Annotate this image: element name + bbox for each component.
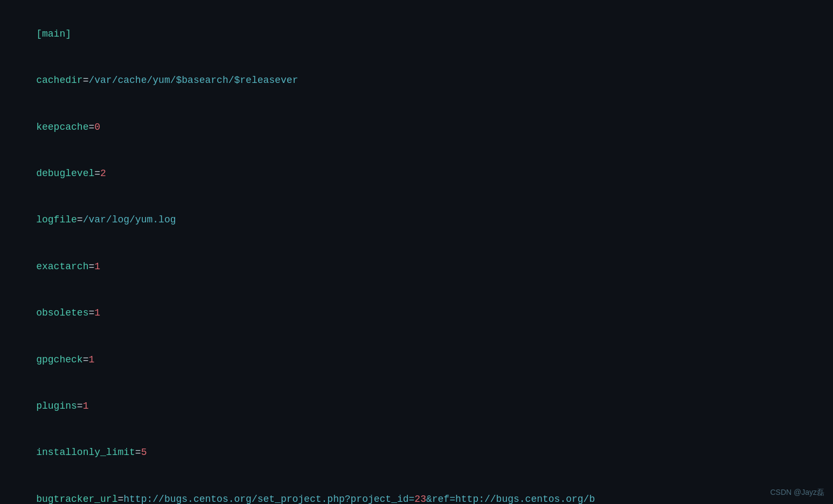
key-gpgcheck: gpgcheck	[36, 354, 82, 365]
val-logfile: /var/log/yum.log	[83, 214, 176, 225]
key-debuglevel: debuglevel	[36, 168, 94, 179]
val-plugins: 1	[83, 401, 89, 411]
val-bugtracker-ref: &ref=http://bugs.centos.org/b	[426, 494, 595, 504]
val-keepcache: 0	[94, 122, 100, 132]
line-installonly: installonly_limit=5	[13, 430, 820, 476]
line-logfile: logfile=/var/log/yum.log	[13, 197, 820, 243]
key-logfile: logfile	[36, 214, 77, 225]
line-obsoletes: obsoletes=1	[13, 290, 820, 336]
code-editor: [main] cachedir=/var/cache/yum/$basearch…	[0, 0, 833, 504]
key-plugins: plugins	[36, 401, 77, 411]
line-keepcache: keepcache=0	[13, 104, 820, 150]
key-bugtracker: bugtracker_url	[36, 494, 117, 504]
val-exactarch: 1	[94, 261, 100, 272]
bracket-main: [main]	[36, 29, 71, 39]
key-installonly: installonly_limit	[36, 447, 135, 458]
val-bugtracker-id: 23	[414, 494, 426, 504]
val-installonly: 5	[141, 447, 147, 458]
key-exactarch: exactarch	[36, 261, 88, 272]
key-cachedir: cachedir	[36, 75, 82, 86]
key-keepcache: keepcache	[36, 122, 88, 132]
line-cachedir: cachedir=/var/cache/yum/$basearch/$relea…	[13, 57, 820, 103]
val-obsoletes: 1	[94, 307, 100, 318]
val-cachedir: /var/cache/yum/$basearch/$releasever	[88, 75, 298, 86]
line-exactarch: exactarch=1	[13, 243, 820, 290]
line-debuglevel: debuglevel=2	[13, 150, 820, 197]
line-gpgcheck: gpgcheck=1	[13, 337, 820, 383]
val-debuglevel: 2	[100, 168, 106, 179]
line-main: [main]	[13, 11, 820, 57]
line-bugtracker: bugtracker_url=http://bugs.centos.org/se…	[13, 476, 820, 504]
watermark: CSDN @Jayz磊	[770, 488, 824, 498]
val-gpgcheck: 1	[88, 354, 94, 365]
key-obsoletes: obsoletes	[36, 307, 88, 318]
val-bugtracker: http://bugs.centos.org/set_project.php?p…	[123, 494, 414, 504]
line-plugins: plugins=1	[13, 383, 820, 429]
